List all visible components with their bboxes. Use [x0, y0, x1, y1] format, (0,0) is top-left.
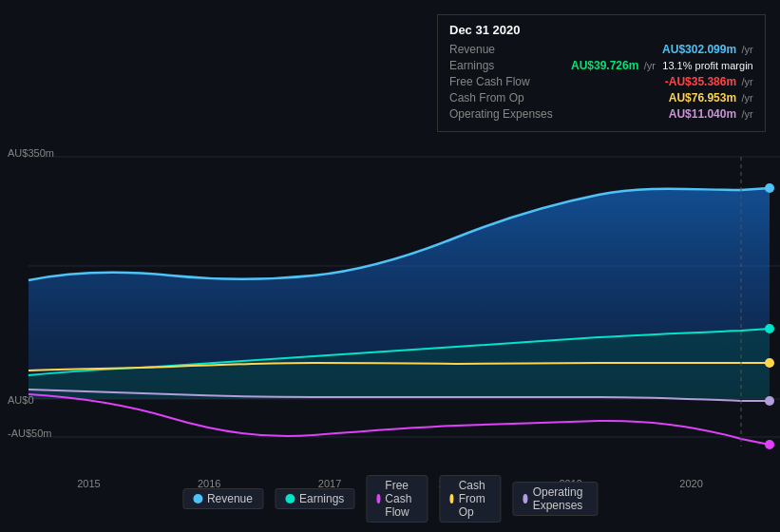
- y-axis-neg: -AU$50m: [8, 428, 51, 439]
- tooltip-opex-value: AU$11.040m: [669, 107, 736, 121]
- tooltip-revenue-unit: /yr: [741, 44, 752, 55]
- tooltip-cashop-row: Cash From Op AU$76.953m /yr: [449, 91, 753, 104]
- tooltip-earnings-label: Earnings: [449, 59, 563, 72]
- tooltip-earnings-unit: /yr: [644, 60, 656, 71]
- chart-legend: Revenue Earnings Free Cash Flow Cash Fro…: [182, 475, 598, 522]
- tooltip-revenue-row: Revenue AU$302.099m /yr: [449, 43, 753, 56]
- legend-fcf[interactable]: Free Cash Flow: [366, 475, 428, 522]
- tooltip-cashop-unit: /yr: [741, 92, 752, 104]
- legend-earnings[interactable]: Earnings: [275, 488, 354, 509]
- svg-point-8: [765, 396, 774, 406]
- legend-opex[interactable]: Operating Expenses: [512, 482, 598, 516]
- svg-point-7: [765, 358, 774, 368]
- svg-point-5: [765, 324, 774, 333]
- tooltip-opex-row: Operating Expenses AU$11.040m /yr: [449, 107, 753, 121]
- chart-container: AU$350m AU$0 -AU$50m Dec 31 2020 Revenue…: [0, 0, 780, 532]
- tooltip-earnings-sub: 13.1% profit margin: [662, 60, 752, 71]
- tooltip-earnings-value: AU$39.726m: [571, 59, 638, 72]
- legend-revenue[interactable]: Revenue: [182, 488, 263, 509]
- legend-revenue-dot: [193, 494, 202, 504]
- legend-earnings-dot: [285, 494, 295, 504]
- tooltip-earnings-row: Earnings AU$39.726m /yr 13.1% profit mar…: [449, 59, 753, 72]
- tooltip-box: Dec 31 2020 Revenue AU$302.099m /yr Earn…: [437, 14, 766, 132]
- legend-fcf-dot: [376, 494, 380, 504]
- legend-cashop-label: Cash From Op: [459, 479, 491, 519]
- tooltip-fcf-value: -AU$35.386m: [665, 75, 736, 88]
- x-label-2020: 2020: [679, 478, 702, 489]
- tooltip-cashop-label: Cash From Op: [449, 91, 563, 104]
- tooltip-date: Dec 31 2020: [449, 23, 753, 37]
- tooltip-opex-unit: /yr: [741, 108, 752, 120]
- tooltip-revenue-value: AU$302.099m: [662, 43, 736, 56]
- y-axis-mid: AU$0: [8, 394, 34, 406]
- tooltip-cashop-value: AU$76.953m: [669, 91, 736, 104]
- legend-cashop-dot: [449, 494, 453, 504]
- svg-point-6: [765, 440, 774, 449]
- legend-revenue-label: Revenue: [207, 492, 253, 505]
- x-label-2015: 2015: [77, 478, 100, 489]
- legend-fcf-label: Free Cash Flow: [385, 479, 417, 519]
- tooltip-fcf-row: Free Cash Flow -AU$35.386m /yr: [449, 75, 753, 88]
- tooltip-fcf-unit: /yr: [741, 76, 752, 87]
- legend-opex-dot: [523, 494, 527, 504]
- legend-cashop[interactable]: Cash From Op: [439, 475, 501, 522]
- tooltip-revenue-label: Revenue: [449, 43, 563, 56]
- tooltip-fcf-label: Free Cash Flow: [449, 75, 563, 88]
- svg-point-4: [765, 183, 774, 193]
- legend-earnings-label: Earnings: [299, 492, 344, 505]
- y-axis-top: AU$350m: [8, 147, 54, 159]
- legend-opex-label: Operating Expenses: [533, 485, 587, 512]
- tooltip-opex-label: Operating Expenses: [449, 107, 563, 121]
